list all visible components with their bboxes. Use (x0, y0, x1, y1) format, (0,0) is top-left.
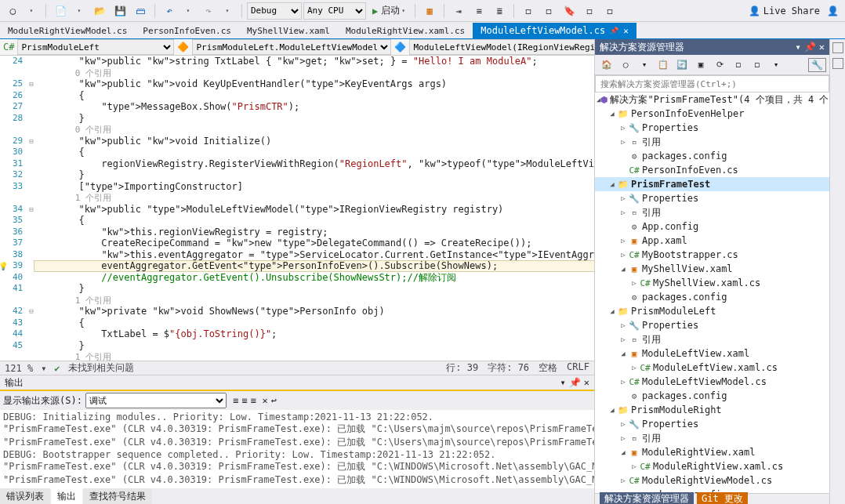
tree-node[interactable]: ▷C#MyBootstrapper.cs (595, 248, 829, 262)
strip-icon-1[interactable] (832, 42, 843, 53)
output-clear-icon[interactable]: ✕ (263, 395, 268, 406)
tree-node[interactable]: ▷🔧Properties (595, 417, 829, 431)
tree-node[interactable]: ▷🔧Properties (595, 191, 829, 205)
tab-3[interactable]: ModuleRightView.xaml.cs (338, 24, 473, 38)
nav-back-icon[interactable]: ◯ (3, 2, 22, 20)
tree-node[interactable]: ▷▫引用 (595, 332, 829, 346)
bottomtab-findsymbol[interactable]: 查找符号结果 (83, 488, 152, 505)
se-t3[interactable]: ▣ (692, 56, 709, 74)
tree-node[interactable]: ◢📁PrismFrameTest (595, 177, 829, 191)
se-pin-icon[interactable]: 📌 (804, 42, 816, 53)
tree-node[interactable]: ▷C#ModuleRightViewModel.cs (595, 473, 829, 488)
redo-icon[interactable]: ↷ (199, 2, 218, 20)
tree-node[interactable]: ▷▫引用 (595, 135, 829, 149)
new-file-icon[interactable]: 📄 (51, 2, 70, 20)
tree-node[interactable]: ▷C#ModuleLeftViewModel.cs (595, 375, 829, 389)
code-editor[interactable]: 💡 24252627282930313233343536373839404142… (0, 56, 594, 361)
output-wrap-icon[interactable]: ↩ (271, 395, 277, 406)
tree-node[interactable]: ◢📁PersonInfoEvenHelper (595, 107, 829, 121)
bottomtab-errors[interactable]: 错误列表 (0, 488, 50, 505)
tab-1[interactable]: PersonInfoEven.cs (135, 24, 239, 38)
pin-icon[interactable]: 📌 (610, 27, 618, 34)
save-all-icon[interactable]: 🗃 (131, 2, 150, 20)
output-source-select[interactable]: 调试 (85, 393, 227, 408)
se-t2[interactable]: 📋 (655, 56, 672, 74)
save-icon[interactable]: 💾 (111, 2, 129, 20)
solution-tree[interactable]: ◢ ⬢ 解决方案"PrismFrameTest"(4 个项目，共 4 个) ◢📁… (595, 92, 829, 493)
tree-node[interactable]: ▷C#ModuleRightView.xaml.cs (595, 459, 829, 473)
se-t5[interactable]: ◻ (749, 56, 766, 74)
output-dropdown-icon[interactable]: ▾ (560, 377, 566, 388)
tab-2[interactable]: MyShellView.xaml (239, 24, 338, 38)
undo-dropdown[interactable]: ▾ (179, 2, 198, 20)
tree-node[interactable]: ◢▣MyShellView.xaml (595, 262, 829, 276)
config-select[interactable]: Debug (247, 2, 302, 20)
tab-0[interactable]: ModuleRightViewModel.cs (0, 24, 135, 38)
se-t4[interactable]: ◻ (730, 56, 747, 74)
output-text[interactable]: DEBUG: Initializing modules.. Priority: … (0, 410, 594, 488)
step-icon-2[interactable]: ≡ (470, 2, 488, 20)
tree-node[interactable]: ▷🔧Properties (595, 121, 829, 135)
solution-root-node[interactable]: ◢ ⬢ 解决方案"PrismFrameTest"(4 个项目，共 4 个) (595, 92, 829, 107)
se-search-input[interactable] (595, 75, 829, 92)
output-close-icon[interactable]: ✕ (584, 377, 589, 388)
se-bottom-tabs: 解决方案资源管理器 Git 更改 (595, 493, 829, 504)
liveshare-button[interactable]: Live Share (763, 5, 820, 16)
comment-icon[interactable]: ◻ (519, 2, 538, 20)
uncomment-icon[interactable]: ◻ (539, 2, 558, 20)
bottomstatus-se[interactable]: 解决方案资源管理器 (600, 492, 694, 504)
close-icon[interactable]: ✕ (623, 26, 629, 36)
output-tool-1[interactable]: ≡ (233, 395, 238, 406)
tree-node[interactable]: ⚙packages.config (595, 149, 829, 163)
nav-member-select[interactable]: ModuleLeftViewModel(IRegionViewRegistry … (409, 39, 594, 55)
tree-node[interactable]: ▷🔧Properties (595, 318, 829, 332)
se-home-icon[interactable]: 🏠 (598, 56, 615, 74)
tool-icon-4[interactable]: ◻ (580, 2, 599, 20)
tab-4-active[interactable]: ModuleLeftViewModel.cs 📌 ✕ (473, 23, 636, 38)
bookmark-icon[interactable]: 🔖 (560, 2, 578, 20)
se-t1[interactable]: ◯ (617, 56, 634, 74)
output-pin-icon[interactable]: 📌 (569, 377, 581, 388)
se-sync-icon[interactable]: 🔄 (673, 56, 691, 74)
issues-text[interactable]: 未找到相关问题 (68, 361, 134, 375)
tree-node[interactable]: ⚙App.config (595, 219, 829, 234)
output-tool-2[interactable]: ≡ (241, 395, 247, 406)
tree-node[interactable]: ⚙packages.config (595, 290, 829, 304)
nav-dropdown-icon[interactable]: ▾ (22, 2, 41, 20)
tree-node[interactable]: ▷C#ModuleLeftView.xaml.cs (595, 361, 829, 375)
step-icon-1[interactable]: ⇥ (449, 2, 468, 20)
se-close-icon[interactable]: ✕ (819, 42, 825, 53)
tree-node[interactable]: ▷▫引用 (595, 205, 829, 219)
bottomtab-output[interactable]: 输出 (51, 488, 82, 505)
platform-select[interactable]: Any CPU (303, 2, 366, 20)
tree-node[interactable]: ◢📁PrismModuleRight (595, 403, 829, 417)
strip-icon-2[interactable] (832, 58, 843, 69)
tree-node[interactable]: ▷▣App.xaml (595, 234, 829, 248)
tree-node[interactable]: ⚙packages.config (595, 389, 829, 403)
tree-node[interactable]: C#PersonInfoEven.cs (595, 163, 829, 177)
zoom-level[interactable]: 121 % (5, 363, 33, 374)
se-refresh-icon[interactable]: ⟳ (711, 56, 728, 74)
se-dropdown-icon[interactable]: ▾ (796, 42, 801, 53)
open-file-icon[interactable]: 📂 (90, 2, 109, 20)
bottomstatus-git[interactable]: Git 更改 (697, 492, 748, 504)
undo-icon[interactable]: ↶ (160, 2, 179, 20)
start-debug-button[interactable]: ▶ 启动 ▾ (368, 2, 410, 20)
output-tool-3[interactable]: ≡ (250, 395, 256, 406)
nav-class-select[interactable]: PrismModuleLeft.ModuleLeftViewModel (192, 39, 391, 55)
tool-icon-5[interactable]: ◻ (600, 2, 619, 20)
tree-node[interactable]: ◢📁PrismModuleLeft (595, 304, 829, 318)
tree-node[interactable]: ▷▫引用 (595, 431, 829, 445)
redo-dropdown[interactable]: ▾ (218, 2, 237, 20)
tree-node[interactable]: ◢▣ModuleLeftView.xaml (595, 346, 829, 361)
step-icon-3[interactable]: ≣ (490, 2, 509, 20)
se-t5d[interactable]: ▾ (767, 56, 785, 74)
se-t1d[interactable]: ▾ (636, 56, 653, 74)
se-properties-icon[interactable]: 🔧 (808, 58, 826, 72)
user-icon[interactable]: 👤 (823, 2, 842, 20)
new-file-dropdown[interactable]: ▾ (70, 2, 89, 20)
nav-project-select[interactable]: PrismModuleLeft (17, 39, 174, 55)
tool-icon-1[interactable]: ▦ (420, 2, 439, 20)
tree-node[interactable]: ◢▣ModuleRightView.xaml (595, 445, 829, 459)
tree-node[interactable]: ▷C#MyShellView.xaml.cs (595, 276, 829, 290)
